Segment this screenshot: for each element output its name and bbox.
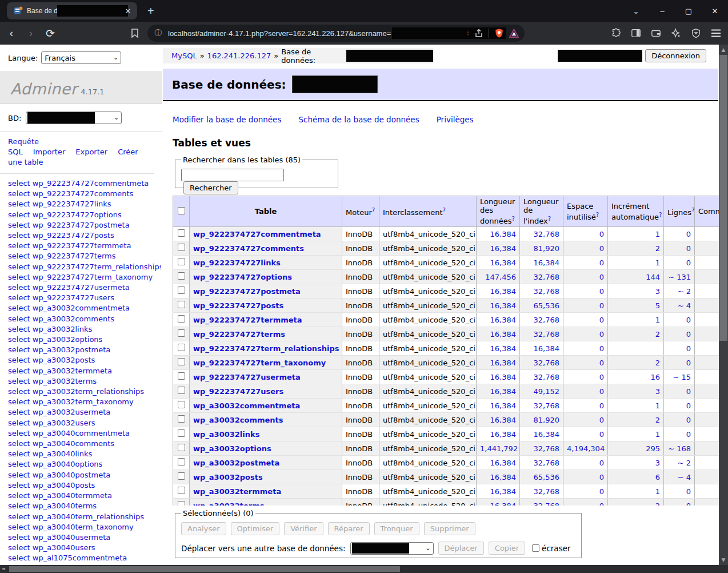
row-checkbox[interactable] xyxy=(178,472,185,480)
vertical-scrollbar-thumb[interactable] xyxy=(719,55,727,341)
sidebar-table-link[interactable]: select wp_a30040comments xyxy=(8,439,114,448)
scroll-left-icon[interactable]: ◄ xyxy=(1,566,5,571)
sidebar-table-link[interactable]: select wp_a30040posts xyxy=(8,481,95,490)
table-name-link[interactable]: wp_9222374727postmeta xyxy=(193,287,301,296)
sidebar-table-link[interactable]: select wp_9222374727termmeta xyxy=(8,241,131,250)
row-checkbox[interactable] xyxy=(178,372,185,380)
table-name-link[interactable]: wp_a30032postmeta xyxy=(193,459,279,467)
row-checkbox[interactable] xyxy=(178,258,185,265)
tab-close-icon[interactable]: ✕ xyxy=(122,5,134,17)
sidebar-table-link[interactable]: select wp_a30032usermeta xyxy=(8,408,110,416)
move-button-1[interactable]: Copier xyxy=(489,542,525,555)
bookmark-icon[interactable] xyxy=(127,25,143,41)
sidebar-table-link[interactable]: select wp_a30040terms xyxy=(8,502,97,510)
language-select[interactable]: Français ⌄ xyxy=(41,51,121,64)
action-button-1[interactable]: Optimiser xyxy=(231,522,280,535)
sidebar-table-link[interactable]: select wp_a30032postmeta xyxy=(8,345,110,354)
help-link[interactable]: ? xyxy=(443,207,446,213)
table-name-link[interactable]: wp_a30032links xyxy=(193,430,259,439)
row-checkbox[interactable] xyxy=(178,244,185,251)
search-button[interactable]: Rechercher xyxy=(183,181,238,194)
sidebar-table-link[interactable]: select wp_a30032terms xyxy=(8,377,97,385)
row-checkbox[interactable] xyxy=(178,487,185,494)
action-button-3[interactable]: Réparer xyxy=(328,522,370,535)
table-name-link[interactable]: wp_9222374727term_relationships xyxy=(193,344,339,353)
action-button-2[interactable]: Vérifier xyxy=(284,522,323,535)
help-link[interactable]: ? xyxy=(659,212,662,218)
help-link[interactable]: ? xyxy=(372,207,375,213)
sidebar-table-link[interactable]: select wp_a30040term_taxonomy xyxy=(8,523,134,531)
back-button[interactable]: ‹ xyxy=(3,25,19,41)
sidebar-table-link[interactable]: select wp_a30040users xyxy=(8,543,95,552)
scroll-down-icon[interactable]: ▼ xyxy=(719,557,728,563)
db-link-1[interactable]: Schéma de la base de données xyxy=(298,115,419,124)
sidebar-table-link[interactable]: select wp_9222374727term_relationships xyxy=(8,262,161,271)
maximize-button[interactable]: ▢ xyxy=(675,0,702,22)
sidebar-table-link[interactable]: select wp_a30032links xyxy=(8,325,92,333)
sidebar-table-link[interactable]: select wp_9222374727users xyxy=(8,293,114,302)
row-checkbox[interactable] xyxy=(178,301,185,308)
row-checkbox[interactable] xyxy=(178,286,185,294)
vertical-scrollbar[interactable]: ▲ ▼ xyxy=(719,45,728,565)
sidebar-table-link[interactable]: select wp_9222374727usermeta xyxy=(8,283,130,292)
brave-shield-icon[interactable] xyxy=(494,28,504,38)
sidebar-table-link[interactable]: select wp_9222374727term_taxonomy xyxy=(8,273,153,281)
url-bar[interactable]: ⓘ localhost/adminer-4.17.1.php?server=16… xyxy=(147,25,525,42)
table-name-link[interactable]: wp_a30032comments xyxy=(193,416,283,424)
table-name-link[interactable]: wp_a30032terms xyxy=(193,502,265,506)
table-name-link[interactable]: wp_9222374727termmeta xyxy=(193,316,302,324)
row-checkbox[interactable] xyxy=(178,272,185,280)
select-all-checkbox[interactable] xyxy=(178,207,185,214)
table-name-link[interactable]: wp_9222374727term_taxonomy xyxy=(193,359,326,367)
sidebar-table-link[interactable]: select wp_a30032options xyxy=(8,335,102,344)
breadcrumb-server-link[interactable]: 162.241.226.127 xyxy=(207,51,271,60)
sidebar-link-1[interactable]: Importer xyxy=(33,148,66,156)
vpn-shield-icon[interactable] xyxy=(690,27,702,39)
row-checkbox[interactable] xyxy=(178,401,185,408)
sidebar-table-link[interactable]: select wp_a30032termmeta xyxy=(8,367,112,375)
close-button[interactable]: ✕ xyxy=(702,0,728,22)
action-button-5[interactable]: Supprimer xyxy=(424,522,475,535)
db-link-2[interactable]: Privilèges xyxy=(437,115,474,124)
db-select[interactable]: ⌄ xyxy=(26,112,122,124)
sidebar-table-link[interactable]: select wp_a30040term_relationships xyxy=(8,512,144,521)
move-button-0[interactable]: Déplacer xyxy=(438,542,484,555)
scroll-up-icon[interactable]: ▲ xyxy=(719,47,728,53)
table-name-link[interactable]: wp_a30032options xyxy=(193,444,271,453)
row-checkbox[interactable] xyxy=(178,387,185,394)
new-tab-button[interactable]: + xyxy=(147,5,154,18)
sidebar-table-link[interactable]: select wp_9222374727options xyxy=(8,210,122,219)
help-link[interactable]: ? xyxy=(511,216,514,222)
table-name-link[interactable]: wp_a30032termmeta xyxy=(193,487,281,496)
tab-search-icon[interactable]: ⌄ xyxy=(623,0,649,22)
sidebar-table-link[interactable]: select wp_a30032commentmeta xyxy=(8,304,130,312)
row-checkbox[interactable] xyxy=(178,329,185,337)
row-checkbox[interactable] xyxy=(178,501,185,506)
reload-button[interactable]: ⟳ xyxy=(42,25,58,41)
row-checkbox[interactable] xyxy=(178,458,185,465)
wallet-icon[interactable] xyxy=(650,27,662,39)
action-button-0[interactable]: Analyser xyxy=(181,522,226,535)
menu-icon[interactable] xyxy=(710,27,722,39)
breadcrumb-mysql-link[interactable]: MySQL xyxy=(171,51,197,60)
help-link[interactable]: ? xyxy=(548,216,551,222)
table-name-link[interactable]: wp_9222374727commentmeta xyxy=(193,230,321,238)
row-checkbox[interactable] xyxy=(178,344,185,351)
sidebar-table-link[interactable]: select wp_a30032term_taxonomy xyxy=(8,397,134,406)
leo-ai-icon[interactable] xyxy=(670,27,682,39)
table-name-link[interactable]: wp_a30032posts xyxy=(193,473,263,482)
sidebar-table-link[interactable]: select wp_a30040postmeta xyxy=(8,471,110,479)
table-name-link[interactable]: wp_9222374727posts xyxy=(193,301,283,310)
sidebar-table-link[interactable]: select wp_a30032users xyxy=(8,419,95,427)
bat-rewards-icon[interactable] xyxy=(509,29,519,38)
table-name-link[interactable]: wp_9222374727terms xyxy=(193,330,285,339)
table-name-link[interactable]: wp_9222374727users xyxy=(193,387,283,396)
search-input[interactable] xyxy=(181,169,284,181)
extensions-icon[interactable] xyxy=(610,27,622,39)
sidebar-table-link[interactable]: select wp_a30040links xyxy=(8,449,92,458)
site-info-icon[interactable]: ⓘ xyxy=(153,28,163,38)
sidebar-table-link[interactable]: select wp_9222374727posts xyxy=(8,231,114,240)
sidebar-table-link[interactable]: select wp_9222374727commentmeta xyxy=(8,179,149,188)
sidebar-table-link[interactable]: select wp_a30040commentmeta xyxy=(8,429,130,437)
horizontal-scrollbar-thumb[interactable] xyxy=(9,566,400,572)
